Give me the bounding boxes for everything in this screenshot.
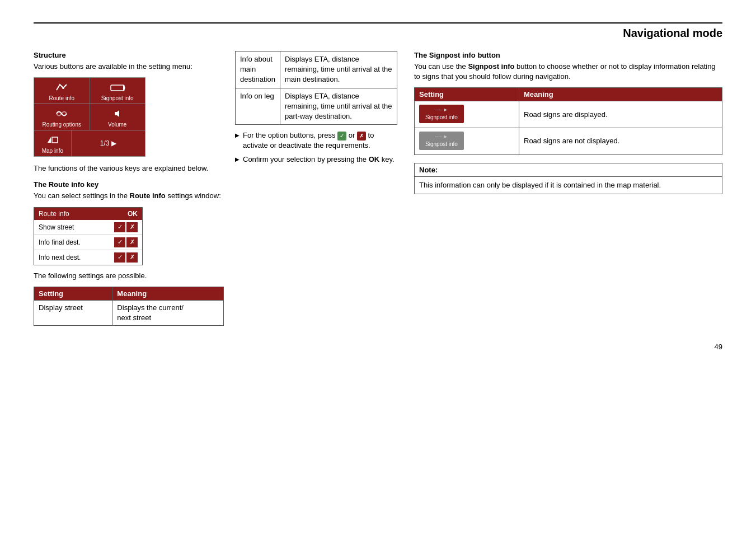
- settings-table: Setting Meaning Display street Displays …: [34, 287, 224, 326]
- route-info-ok-label: OK: [128, 210, 138, 218]
- counter-text: 1/3 ▶: [100, 139, 116, 147]
- map-info-icon: [46, 135, 59, 147]
- info-next-dest-label: Info next dest.: [39, 254, 81, 261]
- note-title: Note:: [415, 163, 722, 177]
- info-final-dest-x-button[interactable]: ✗: [126, 237, 138, 247]
- display-street-setting: Display street: [34, 300, 112, 325]
- right-column: The Signpost info button You can use the…: [408, 51, 722, 326]
- map-info-label: Map info: [42, 148, 63, 154]
- nav-menu-row-1: Route info Signpost info: [34, 78, 145, 104]
- page-title: Navigational mode: [34, 27, 722, 40]
- info-final-dest-label: Info final dest.: [39, 238, 81, 246]
- svg-point-0: [62, 87, 64, 89]
- note-box: Note: This information can only be displ…: [414, 163, 722, 194]
- signpost-settings-table: Setting Meaning ---- ► Signpost info Roa…: [414, 87, 722, 154]
- info-on-leg-label: Info on leg: [236, 88, 280, 125]
- signpost-active-meaning: Road signs are display­ed.: [519, 101, 722, 128]
- nav-menu: Route info Signpost info: [34, 77, 145, 157]
- show-street-x-button[interactable]: ✗: [126, 222, 138, 232]
- routing-options-icon: [55, 109, 68, 120]
- note-text: This information can only be displayed i…: [415, 177, 722, 194]
- svg-marker-3: [115, 110, 119, 117]
- x-icon-inline: ✗: [357, 132, 366, 140]
- routing-options-button[interactable]: Routing options: [34, 104, 90, 130]
- svg-marker-4: [48, 137, 51, 143]
- svg-rect-5: [52, 137, 58, 143]
- route-info-settings-box: Route info OK Show street ✓ ✗ Info final…: [34, 207, 143, 265]
- route-info-key-text: You can select settings in the Route inf…: [34, 191, 224, 201]
- table-row: Display street Displays the current/next…: [34, 300, 224, 325]
- info-table: Info about main destina­tion Displays ET…: [235, 51, 397, 125]
- info-final-dest-check-button[interactable]: ✓: [114, 237, 125, 247]
- following-settings-text: The following settings are possible.: [34, 271, 224, 281]
- route-info-label: Route info: [49, 95, 74, 101]
- bullet-item-2: Confirm your selection by pressing the O…: [235, 154, 397, 165]
- signpost-meaning-header: Meaning: [519, 88, 722, 101]
- signpost-active-setting: ---- ► Signpost info: [415, 101, 519, 128]
- volume-button[interactable]: Volume: [90, 104, 145, 130]
- signpost-inactive-setting: ---- ► Signpost info: [415, 128, 519, 154]
- show-street-buttons: ✓ ✗: [114, 222, 138, 232]
- routing-options-label: Routing options: [43, 121, 82, 128]
- signpost-info-icon: [110, 82, 125, 94]
- signpost-inactive-meaning: Road signs are not dis­played.: [519, 128, 722, 154]
- volume-label: Volume: [108, 121, 126, 128]
- structure-title: Structure: [34, 51, 224, 59]
- check-icon-inline: ✓: [337, 132, 346, 140]
- route-info-key-title: The Route info key: [34, 180, 224, 189]
- signpost-inactive-row: ---- ► Signpost info Road signs are not …: [415, 128, 722, 154]
- show-street-check-button[interactable]: ✓: [114, 222, 125, 232]
- signpost-setting-header: Setting: [415, 88, 519, 101]
- signpost-inactive-subtext: ---- ►: [422, 133, 461, 140]
- info-final-dest-buttons: ✓ ✗: [114, 237, 138, 247]
- explanation-text: The functions of the various keys are ex…: [34, 163, 224, 174]
- nav-menu-row-3: Map info 1/3 ▶: [34, 130, 145, 156]
- info-main-dest-label: Info about main destina­tion: [236, 51, 280, 88]
- middle-column: Info about main destina­tion Displays ET…: [235, 51, 408, 326]
- route-info-button[interactable]: Route info: [34, 78, 90, 104]
- display-street-meaning: Displays the current/next street: [112, 300, 224, 325]
- volume-icon: [112, 109, 123, 120]
- signpost-info-inactive-button[interactable]: ---- ► Signpost info: [419, 132, 464, 150]
- info-on-leg-value: Displays ETA, distance remaining, time u…: [280, 88, 397, 125]
- info-next-dest-x-button[interactable]: ✗: [126, 252, 138, 263]
- page-counter: 1/3 ▶: [72, 130, 145, 156]
- signpost-inactive-label: Signpost info: [422, 140, 461, 148]
- signpost-button-title: The Signpost info button: [414, 51, 722, 59]
- bullet-list: For the option buttons, press ✓ or ✗ to …: [235, 130, 397, 165]
- structure-description: Various buttons are available in the set…: [34, 62, 224, 72]
- signpost-button-text: You can use the Signpost info button to …: [414, 62, 722, 82]
- signpost-info-active-button[interactable]: ---- ► Signpost info: [419, 105, 464, 123]
- signpost-info-label: Signpost info: [101, 95, 134, 101]
- show-street-label: Show street: [39, 223, 74, 231]
- map-info-button[interactable]: Map info: [34, 130, 72, 156]
- page-title-bar: Navigational mode: [34, 22, 722, 40]
- show-street-row: Show street ✓ ✗: [34, 220, 142, 235]
- svg-rect-1: [111, 85, 124, 91]
- info-main-dest-value: Displays ETA, distance remaining, time u…: [280, 51, 397, 88]
- route-info-box-header: Route info OK: [34, 208, 142, 220]
- setting-col-header: Setting: [34, 287, 112, 300]
- info-final-dest-row: Info final dest. ✓ ✗: [34, 235, 142, 250]
- info-main-dest-row: Info about main destina­tion Displays ET…: [236, 51, 397, 88]
- page-number: 49: [34, 343, 722, 351]
- signpost-active-subtext: ---- ►: [422, 106, 461, 114]
- route-info-box-title: Route info: [39, 210, 69, 218]
- info-next-dest-buttons: ✓ ✗: [114, 252, 138, 263]
- info-next-dest-check-button[interactable]: ✓: [114, 252, 125, 263]
- meaning-col-header: Meaning: [112, 287, 224, 300]
- signpost-active-row: ---- ► Signpost info Road signs are disp…: [415, 101, 722, 128]
- signpost-active-label: Signpost info: [422, 114, 461, 121]
- info-next-dest-row: Info next dest. ✓ ✗: [34, 250, 142, 265]
- signpost-info-button[interactable]: Signpost info: [90, 78, 145, 104]
- left-column: Structure Various buttons are available …: [34, 51, 235, 326]
- route-info-icon: [55, 82, 68, 94]
- nav-menu-row-2: Routing options Volume: [34, 104, 145, 130]
- bullet-item-1: For the option buttons, press ✓ or ✗ to …: [235, 130, 397, 151]
- info-on-leg-row: Info on leg Displays ETA, distance remai…: [236, 88, 397, 125]
